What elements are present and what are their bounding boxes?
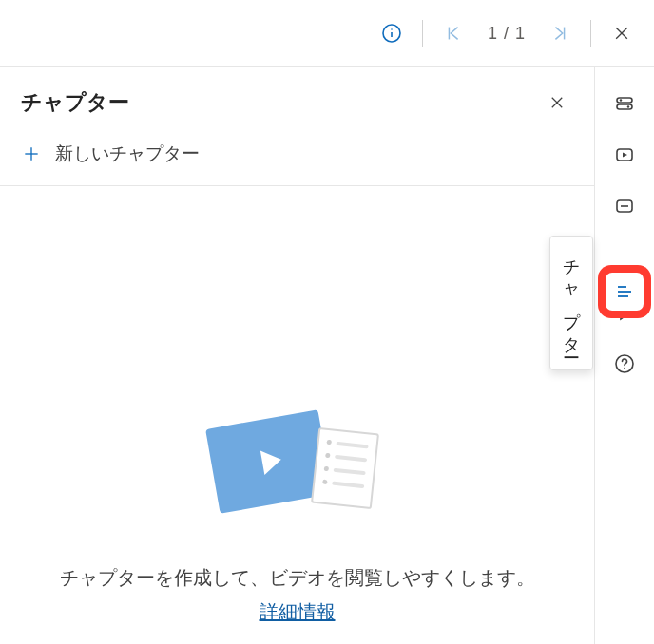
- more-info-link[interactable]: 詳細情報: [260, 599, 336, 625]
- right-rail: [595, 67, 654, 644]
- svg-rect-11: [617, 98, 632, 103]
- panel-title: チャプター: [21, 88, 129, 117]
- page-count: 1 / 1: [474, 24, 539, 44]
- list-paper-icon: [310, 427, 378, 509]
- last-page-button[interactable]: [539, 12, 581, 54]
- play-icon: [260, 447, 282, 475]
- svg-point-12: [620, 99, 622, 101]
- first-page-button[interactable]: [433, 12, 474, 54]
- panel-close-button[interactable]: [541, 86, 573, 119]
- toolbar-divider: [590, 20, 591, 47]
- rail-highlight: [598, 265, 651, 318]
- rail-tooltip: チャプター: [549, 236, 593, 370]
- top-toolbar: 1 / 1: [0, 0, 654, 66]
- svg-marker-16: [623, 153, 627, 158]
- panel-header: チャプター: [0, 67, 594, 126]
- svg-point-2: [391, 28, 393, 30]
- rail-settings-button[interactable]: [606, 85, 644, 123]
- rail-help-button[interactable]: [606, 345, 644, 383]
- toolbar-divider: [422, 20, 423, 47]
- new-chapter-button[interactable]: 新しいチャプター: [21, 142, 573, 166]
- svg-point-14: [627, 105, 629, 107]
- plus-icon: [21, 143, 42, 164]
- empty-state-text: チャプターを作成して、ビデオを閲覧しやすくします。: [60, 561, 535, 594]
- close-button[interactable]: [601, 12, 643, 54]
- chapters-icon[interactable]: [613, 280, 636, 303]
- rail-video-button[interactable]: [606, 136, 644, 174]
- new-chapter-label: 新しいチャプター: [55, 142, 200, 166]
- panel-body: チャプターを作成して、ビデオを閲覧しやすくします。 詳細情報: [0, 186, 594, 644]
- rail-transcript-button[interactable]: [606, 187, 644, 225]
- new-chapter-row: 新しいチャプター: [0, 126, 594, 186]
- chapters-panel: チャプター 新しいチャプター: [0, 67, 595, 644]
- info-icon[interactable]: [371, 12, 413, 54]
- svg-point-23: [624, 368, 625, 369]
- empty-illustration: [212, 407, 383, 531]
- svg-rect-13: [617, 104, 632, 109]
